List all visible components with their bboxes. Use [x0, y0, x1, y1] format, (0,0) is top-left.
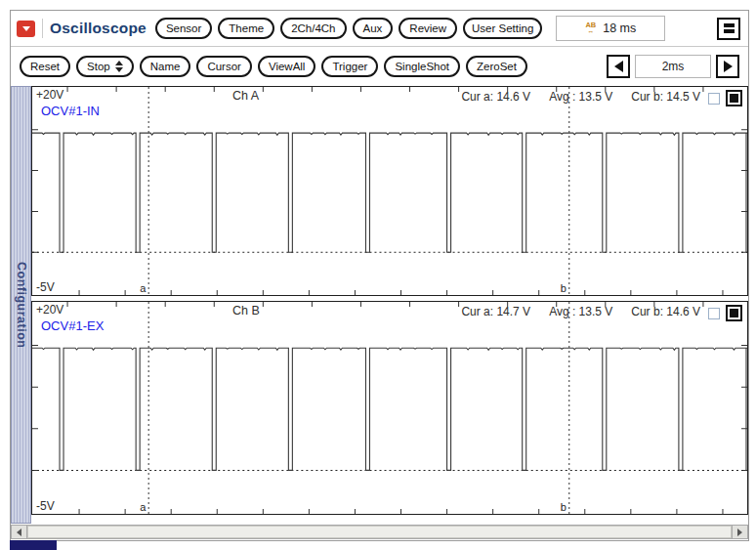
configuration-tab[interactable]: Configuration [11, 86, 31, 524]
y-top-label: +20V [36, 303, 63, 317]
signal-name-a: OCV#1-IN [41, 104, 100, 118]
configuration-tab-label: Configuration [15, 262, 28, 348]
ab-interval-icon: AB ↔ [585, 22, 596, 34]
cursor-a-readout: Cur a: 14.7 V [461, 305, 530, 318]
y-top-label: +20V [36, 88, 63, 102]
avg-readout: Avg : 13.5 V [549, 305, 612, 318]
horizontal-scrollbar[interactable] [11, 525, 748, 539]
theme-button[interactable]: Theme [218, 18, 274, 39]
waveform-plot-b: ab [32, 302, 747, 514]
window-list-icon[interactable] [717, 18, 740, 40]
channel-mode-button[interactable]: 2Ch/4Ch [280, 18, 346, 39]
stop-button[interactable]: Stop [76, 56, 134, 77]
avg-readout: Avg : 13.5 V [549, 90, 612, 104]
channel-b-panel: ab +20V OCV#1-EX Ch B Cur a: 14.7 V Avg … [31, 301, 748, 515]
channel-b-checkbox-unchecked[interactable] [708, 308, 720, 319]
scroll-right-icon [737, 529, 742, 536]
cursor-b-line-label: b [561, 501, 567, 513]
waveform-trace [32, 133, 747, 252]
trigger-button[interactable]: Trigger [321, 56, 378, 77]
checkbox-fill [730, 94, 738, 103]
cursor-b-readout: Cur b: 14.5 V [631, 90, 700, 104]
channel-a-panel: ab +20V OCV#1-IN Ch A Cur a: 14.6 V Avg … [31, 86, 748, 296]
sensor-button[interactable]: Sensor [155, 18, 212, 39]
cursor-b-readout: Cur b: 14.6 V [631, 305, 700, 318]
channel-stack: ab +20V OCV#1-IN Ch A Cur a: 14.6 V Avg … [31, 86, 748, 524]
menu-bar-bottom [724, 29, 735, 33]
scroll-right-button[interactable] [732, 526, 747, 538]
zeroset-button[interactable]: ZeroSet [466, 56, 527, 77]
app-title: Oscilloscope [50, 20, 147, 37]
stop-button-label: Stop [87, 61, 110, 72]
app-dropdown-icon[interactable] [17, 21, 35, 37]
name-button[interactable]: Name [140, 56, 191, 77]
title-divider [42, 19, 43, 38]
control-toolbar: Reset Stop Name Cursor ViewAll Trigger S… [11, 49, 748, 84]
measurements-a: Cur a: 14.6 V Avg : 13.5 V Cur b: 14.5 V [461, 90, 700, 104]
main-area: Configuration ab +20V OCV#1-IN Ch A Cur … [11, 86, 748, 524]
measurements-b: Cur a: 14.7 V Avg : 13.5 V Cur b: 14.6 V [461, 305, 700, 318]
interval-value: 18 ms [603, 21, 636, 35]
review-button[interactable]: Review [399, 18, 457, 39]
channel-a-title: Ch A [232, 89, 259, 103]
cursor-button[interactable]: Cursor [196, 56, 252, 77]
interval-display: AB ↔ 18 ms [556, 16, 665, 41]
menu-bar-top [724, 23, 735, 27]
background-window-edge [10, 540, 57, 550]
dropdown-arrow-icon [22, 26, 30, 31]
scroll-left-button[interactable] [12, 526, 27, 538]
waveform-plot-a: ab [32, 87, 747, 295]
oscilloscope-window: Oscilloscope Sensor Theme 2Ch/4Ch Aux Re… [10, 10, 749, 541]
channel-a-checkbox-checked[interactable] [726, 90, 742, 106]
user-setting-button[interactable]: User Setting [463, 18, 542, 39]
y-bottom-label: -5V [36, 499, 55, 513]
timebase-prev-button[interactable] [607, 55, 630, 78]
channel-b-title: Ch B [232, 304, 260, 317]
cursor-a-line-label: a [140, 282, 147, 294]
scrollbar-thumb[interactable] [27, 526, 732, 538]
channel-b-checkbox-checked[interactable] [726, 305, 742, 321]
cursor-a-line-label: a [140, 501, 147, 513]
left-arrow-icon [614, 61, 623, 72]
timebase-next-button[interactable] [716, 55, 739, 78]
checkbox-fill [730, 309, 738, 317]
y-bottom-label: -5V [36, 280, 55, 294]
viewall-button[interactable]: ViewAll [258, 56, 316, 77]
cursor-a-readout: Cur a: 14.6 V [461, 90, 530, 104]
singleshot-button[interactable]: SingleShot [384, 56, 460, 77]
cursor-b-line-label: b [561, 282, 567, 294]
timebase-value: 2ms [635, 55, 711, 78]
channel-a-checkbox-unchecked[interactable] [708, 93, 720, 105]
timebase-group: 2ms [607, 55, 739, 78]
right-arrow-icon [724, 61, 733, 72]
waveform-trace [32, 348, 747, 470]
reset-button[interactable]: Reset [20, 56, 70, 77]
title-toolbar: Oscilloscope Sensor Theme 2Ch/4Ch Aux Re… [11, 11, 748, 47]
stop-spinner-icon[interactable] [115, 61, 123, 72]
aux-button[interactable]: Aux [353, 18, 394, 39]
signal-name-b: OCV#1-EX [41, 318, 104, 333]
scroll-left-icon [17, 529, 21, 536]
